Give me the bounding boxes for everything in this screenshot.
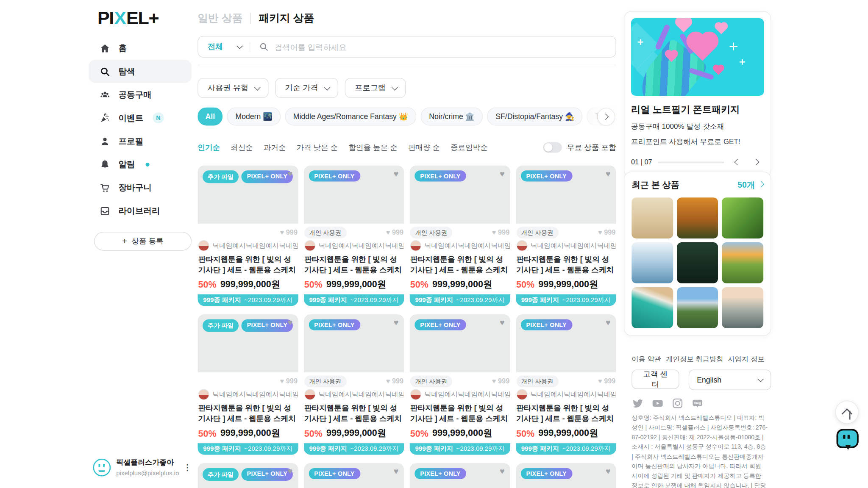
party-popper-icon <box>100 113 110 123</box>
language-select[interactable]: English <box>689 369 771 390</box>
kebab-menu-icon[interactable]: ⋮ <box>183 463 192 471</box>
wishlist-heart-icon[interactable]: ♥ <box>288 169 293 178</box>
package-deadline: ~2023.09.29까지 <box>562 445 611 453</box>
sort-row: 인기순최신순과거순가격 낮은 순할인율 높은 순판매량 순종료임박순 무료 상품… <box>198 142 616 153</box>
footer-link[interactable]: 이용 약관 <box>632 355 661 364</box>
seller-avatar <box>410 389 421 400</box>
search-input[interactable] <box>273 42 615 52</box>
tab-general-products[interactable]: 일반 상품 <box>198 11 242 25</box>
blog-icon[interactable]: blog <box>691 397 704 410</box>
scroll-to-top-button[interactable] <box>835 401 859 424</box>
sidebar-item-2[interactable]: 공동구매 <box>89 83 192 106</box>
green-bokeh-thumb[interactable] <box>722 197 764 238</box>
product-card[interactable]: 추가 파일 PIXEL+ ONLY ♥ 개인 사용권 ♥ 999 닉네임예시닉네… <box>198 166 298 306</box>
wishlist-heart-icon[interactable]: ♥ <box>288 318 293 327</box>
product-price: 999,999,000원 <box>326 278 386 291</box>
wishlist-heart-icon[interactable]: ♥ <box>500 318 505 327</box>
recently-viewed-link[interactable]: 50개 <box>737 180 763 190</box>
product-card[interactable]: 추가 파일 PIXEL+ ONLY ♥ 개인 사용권 ♥ 999 닉네임예시닉네… <box>410 463 510 488</box>
sidebar-item-3[interactable]: 이벤트 N <box>89 106 192 130</box>
footer-link[interactable]: 사업자 정보 <box>728 355 765 364</box>
chat-mascot-button[interactable] <box>837 429 858 449</box>
wishlist-heart-icon[interactable]: ♥ <box>394 318 399 327</box>
product-card[interactable]: 추가 파일 PIXEL+ ONLY ♥ 개인 사용권 ♥ 999 닉네임예시닉네… <box>198 463 298 488</box>
banner-prev-button[interactable] <box>729 155 744 169</box>
product-title: 판타지웹툰을 위한 [ 빛의 성기사단 ] 세트 - 웹툰용 스케치업 일러스트… <box>410 254 509 275</box>
pixelplus-logo[interactable]: PIXEL+ <box>97 8 159 29</box>
sort-option[interactable]: 최신순 <box>231 142 253 152</box>
package-count: 999종 패키지 <box>203 445 241 453</box>
sort-option[interactable]: 할인율 높은 순 <box>348 142 398 152</box>
banner-next-button[interactable] <box>749 155 764 169</box>
valley-sunset-thumb[interactable] <box>722 242 764 283</box>
promo-banner-card[interactable]: 리얼 노트필기 폰트패키지 공동구매 1000% 달성 갓소재 프리포인트 사용… <box>624 11 771 177</box>
sort-option[interactable]: 종료임박순 <box>451 142 488 152</box>
wishlist-heart-icon[interactable]: ♥ <box>394 169 399 178</box>
product-card[interactable]: 추가 파일 PIXEL+ ONLY ♥ 개인 사용권 ♥ 999 닉네임예시닉네… <box>303 463 404 488</box>
sidebar-item-5[interactable]: 알림 <box>89 152 192 176</box>
tab-package-products[interactable]: 패키지 상품 <box>259 11 314 25</box>
footer-link[interactable]: 개인정보 취급방침 <box>666 355 723 364</box>
sidebar-item-6[interactable]: 장바구니 <box>89 176 192 199</box>
twitter-icon[interactable] <box>632 397 644 410</box>
wishlist-heart-icon[interactable]: ♥ <box>500 466 505 476</box>
customer-service-button[interactable]: 고객 센터 <box>632 369 679 389</box>
hazy-ridges-thumb[interactable] <box>722 287 764 328</box>
wishlist-heart-icon[interactable]: ♥ <box>500 169 505 178</box>
wishlist-heart-icon[interactable]: ♥ <box>394 466 399 476</box>
category-chip[interactable]: SF/Distopia/Fantasy 🧙 <box>487 107 583 125</box>
plus-icon: + <box>122 236 127 247</box>
wishlist-heart-icon[interactable]: ♥ <box>606 318 611 327</box>
filter-dropdown[interactable]: 프로그램 <box>345 78 406 98</box>
sort-option[interactable]: 가격 낮은 순 <box>296 142 338 152</box>
product-image-placeholder: 추가 파일 PIXEL+ ONLY ♥ <box>516 166 616 224</box>
filter-dropdown[interactable]: 기준 가격 <box>275 78 338 98</box>
likes-count: ♥ 999 <box>280 228 298 236</box>
package-count: 999종 패키지 <box>521 296 559 305</box>
product-card[interactable]: 추가 파일 PIXEL+ ONLY ♥ 개인 사용권 ♥ 999 닉네임예시닉네… <box>516 463 616 488</box>
wishlist-heart-icon[interactable]: ♥ <box>288 466 293 476</box>
category-chip[interactable]: Noir/crime 🏛️ <box>421 107 483 125</box>
recently-viewed-card: 최근 본 상품 50개 <box>624 172 771 336</box>
wishlist-heart-icon[interactable]: ♥ <box>606 169 611 178</box>
sidebar-item-label: 이벤트 <box>119 113 144 123</box>
autumn-forest-thumb[interactable] <box>677 197 718 238</box>
product-card[interactable]: 추가 파일 PIXEL+ ONLY ♥ 개인 사용권 ♥ 999 닉네임예시닉네… <box>303 166 404 306</box>
sidebar-item-0[interactable]: 홈 <box>89 36 192 60</box>
pampas-grass-thumb[interactable] <box>632 197 673 238</box>
youtube-icon[interactable] <box>651 397 664 410</box>
filter-dropdown[interactable]: 사용권 유형 <box>198 78 268 98</box>
product-title: 판타지웹툰을 위한 [ 빛의 성기사단 ] 세트 - 웹툰용 스케치업 일러스트… <box>198 403 298 424</box>
sidebar-item-7[interactable]: 라이브러리 <box>89 199 192 222</box>
package-deadline: ~2023.09.29까지 <box>562 296 611 305</box>
product-card[interactable]: 추가 파일 PIXEL+ ONLY ♥ 개인 사용권 ♥ 999 닉네임예시닉네… <box>516 166 616 306</box>
product-card[interactable]: 추가 파일 PIXEL+ ONLY ♥ 개인 사용권 ♥ 999 닉네임예시닉네… <box>410 166 510 306</box>
sort-option[interactable]: 과거순 <box>264 142 286 152</box>
category-chip[interactable]: Modern 🌃 <box>227 107 281 125</box>
sort-option[interactable]: 판매량 순 <box>408 142 440 152</box>
free-products-toggle[interactable] <box>543 142 562 153</box>
dark-lake-thumb[interactable] <box>677 242 718 283</box>
sort-option[interactable]: 인기순 <box>198 142 220 152</box>
profile-row[interactable]: 픽셀플러스가좋아 pixelplus@pixelplus.io ⋮ <box>93 457 191 477</box>
product-card[interactable]: 추가 파일 PIXEL+ ONLY ♥ 개인 사용권 ♥ 999 닉네임예시닉네… <box>410 314 510 455</box>
instagram-icon[interactable] <box>671 397 684 410</box>
category-chip[interactable]: Middle Ages/Romance Fantasy 👑 <box>285 107 416 125</box>
product-card[interactable]: 추가 파일 PIXEL+ ONLY ♥ 개인 사용권 ♥ 999 닉네임예시닉네… <box>303 314 404 455</box>
chips-next-button[interactable] <box>597 108 615 126</box>
product-card[interactable]: 추가 파일 PIXEL+ ONLY ♥ 개인 사용권 ♥ 999 닉네임예시닉네… <box>198 314 298 455</box>
banner-subtitle-2: 프리포인트 사용해서 무료로 GET! <box>631 136 764 147</box>
register-product-button[interactable]: + 상품 등록 <box>94 232 192 250</box>
ocean-beach-thumb[interactable] <box>632 287 673 328</box>
river-valley-thumb[interactable] <box>677 287 718 328</box>
promo-banner-image <box>631 18 764 96</box>
seller-avatar <box>410 240 421 251</box>
misty-mountains-thumb[interactable] <box>632 242 673 283</box>
product-card[interactable]: 추가 파일 PIXEL+ ONLY ♥ 개인 사용권 ♥ 999 닉네임예시닉네… <box>516 314 616 455</box>
sidebar-item-4[interactable]: 프로필 <box>89 130 192 153</box>
sidebar-item-label: 프로필 <box>119 136 144 147</box>
wishlist-heart-icon[interactable]: ♥ <box>606 466 611 476</box>
search-category-dropdown[interactable]: 전체 <box>198 42 250 52</box>
sidebar-item-1[interactable]: 탐색 <box>89 60 192 83</box>
category-chip[interactable]: All <box>198 107 223 125</box>
